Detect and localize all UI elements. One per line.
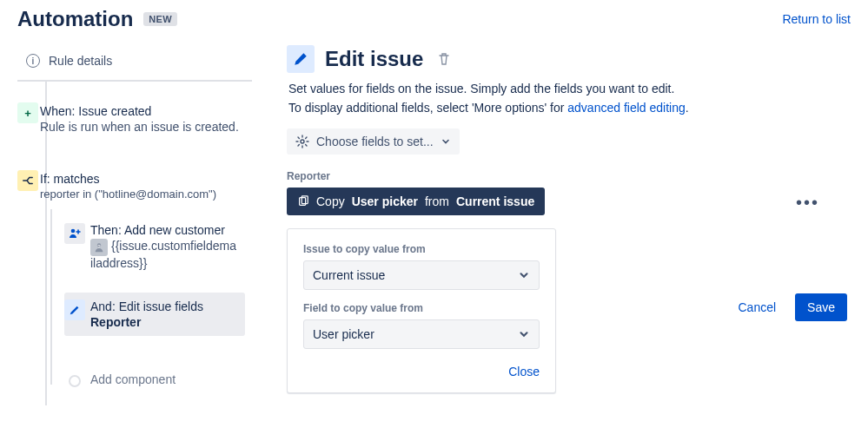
pencil-icon [287, 45, 315, 73]
main-panel: Edit issue Set values for fields on the … [261, 31, 868, 441]
person-add-icon [64, 223, 85, 244]
chevron-down-icon [518, 328, 530, 340]
plus-icon: + [17, 102, 38, 123]
field-source-select[interactable]: User picker [303, 319, 540, 349]
new-badge: NEW [143, 12, 177, 26]
rule-sidebar: i Rule details + When: Issue created Rul… [0, 31, 261, 441]
issue-source-select[interactable]: Current issue [303, 260, 540, 290]
panel-description-1: Set values for fields on the issue. Simp… [287, 82, 851, 95]
svg-point-0 [71, 229, 76, 234]
choose-fields-button[interactable]: Choose fields to set... [287, 128, 460, 155]
svg-point-3 [301, 140, 304, 143]
trigger-title: When: Issue created [40, 104, 245, 118]
avatar-placeholder-icon: ? [90, 239, 108, 256]
return-to-list-link[interactable]: Return to list [782, 12, 851, 26]
edit-action-subtitle: Reporter [90, 315, 238, 329]
branch-icon [17, 170, 38, 191]
info-icon: i [26, 54, 40, 68]
gear-icon [295, 135, 309, 148]
pencil-icon [64, 299, 85, 320]
issue-source-value: Current issue [313, 268, 385, 282]
action-title: Then: Add new customer [90, 223, 238, 237]
chevron-down-icon [518, 269, 530, 281]
panel-title: Edit issue [325, 47, 423, 71]
edit-action-title: And: Edit issue fields [90, 299, 238, 313]
copy-from-popup: Issue to copy value from Current issue F… [287, 228, 556, 393]
advanced-editing-link[interactable]: advanced field editing [567, 101, 685, 115]
empty-circle-icon [64, 371, 85, 392]
chevron-down-icon [441, 136, 451, 147]
field-source-value: User picker [313, 327, 374, 341]
add-component-item[interactable]: Add component [64, 360, 245, 393]
action-add-customer[interactable]: Then: Add new customer ? {{issue.customf… [64, 216, 245, 277]
copy-value-chip[interactable]: Copy User picker from Current issue [287, 188, 545, 215]
field-source-label: Field to copy value from [303, 302, 540, 314]
svg-text:?: ? [97, 243, 101, 249]
trigger-node[interactable]: + When: Issue created Rule is run when a… [17, 97, 252, 146]
issue-source-label: Issue to copy value from [303, 243, 540, 255]
choose-fields-label: Choose fields to set... [316, 135, 434, 148]
rule-details-item[interactable]: i Rule details [17, 49, 252, 82]
close-popup-button[interactable]: Close [303, 361, 540, 382]
trigger-subtitle: Rule is run when an issue is created. [40, 120, 245, 134]
panel-description-2: To display additional fields, select 'Mo… [287, 101, 851, 115]
more-options-icon[interactable]: ••• [791, 188, 825, 218]
add-component-label: Add component [90, 372, 176, 386]
condition-subtitle: reporter in ("hotline@domain.com") [40, 188, 245, 201]
action-subtitle: ? {{issue.customfieldemailaddress}} [90, 239, 238, 270]
rule-details-label: Rule details [49, 54, 112, 68]
action-edit-issue[interactable]: And: Edit issue fields Reporter [64, 293, 245, 336]
cancel-button[interactable]: Cancel [729, 293, 785, 321]
condition-node[interactable]: If: matches reporter in ("hotline@domain… [17, 165, 252, 405]
copy-icon [297, 195, 309, 207]
trash-icon[interactable] [437, 52, 451, 66]
condition-title: If: matches [40, 172, 245, 186]
reporter-field-label: Reporter [287, 170, 851, 182]
save-button[interactable]: Save [795, 293, 847, 321]
page-header: Automation NEW Return to list [0, 0, 868, 31]
inner-tree-line [50, 209, 52, 385]
page-title: Automation [17, 7, 133, 31]
